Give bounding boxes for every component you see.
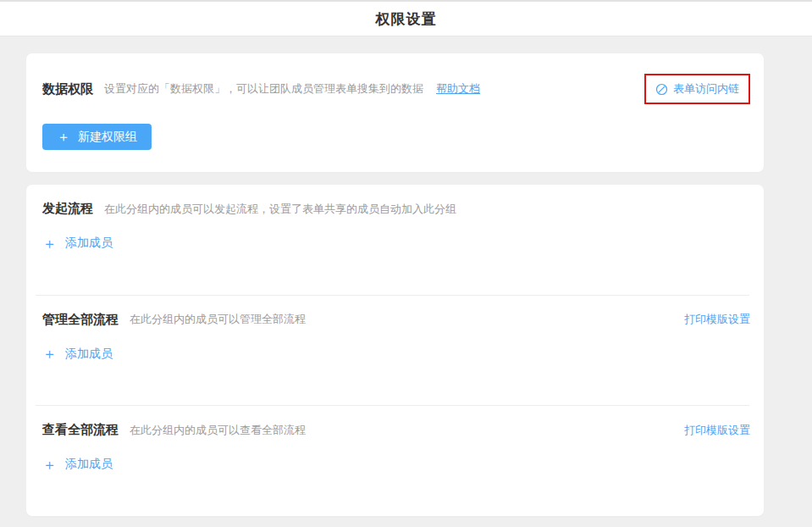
plus-icon: ＋ — [42, 236, 57, 251]
plus-icon: ＋ — [42, 347, 57, 361]
page-title: 权限设置 — [376, 9, 437, 29]
section-title: 查看全部流程 — [42, 422, 119, 438]
data-permission-card: 数据权限 设置对应的「数据权限」，可以让团队成员管理表单搜集到的数据 帮助文档 … — [26, 53, 764, 172]
section-header-row: 发起流程 在此分组内的成员可以发起流程，设置了表单共享的成员自动加入此分组 — [42, 201, 750, 217]
section-header-row: 管理全部流程 在此分组内的成员可以管理全部流程 打印模版设置 — [42, 312, 750, 328]
help-doc-link[interactable]: 帮助文档 — [436, 81, 480, 97]
chain-link-icon — [655, 83, 668, 96]
add-member-link[interactable]: ＋ 添加成员 — [42, 457, 113, 472]
data-permission-header-row: 数据权限 设置对应的「数据权限」，可以让团队成员管理表单搜集到的数据 帮助文档 … — [42, 74, 750, 104]
process-permission-card: 发起流程 在此分组内的成员可以发起流程，设置了表单共享的成员自动加入此分组 ＋ … — [26, 185, 764, 516]
section-description: 在此分组内的成员可以管理全部流程 — [130, 312, 306, 327]
add-member-label: 添加成员 — [65, 457, 113, 472]
add-member-label: 添加成员 — [65, 347, 113, 362]
section-view-all-process: 查看全部流程 在此分组内的成员可以查看全部流程 打印模版设置 ＋ 添加成员 — [26, 406, 764, 516]
plus-icon: ＋ — [57, 130, 70, 144]
section-start-process: 发起流程 在此分组内的成员可以发起流程，设置了表单共享的成员自动加入此分组 ＋ … — [26, 185, 764, 295]
add-member-link[interactable]: ＋ 添加成员 — [42, 236, 113, 251]
add-member-label: 添加成员 — [65, 236, 113, 251]
page-header: 权限设置 — [0, 0, 812, 36]
add-member-link[interactable]: ＋ 添加成员 — [42, 347, 113, 362]
section-title: 管理全部流程 — [42, 312, 119, 328]
section-description: 在此分组内的成员可以发起流程，设置了表单共享的成员自动加入此分组 — [104, 202, 456, 217]
create-permission-group-label: 新建权限组 — [78, 130, 137, 145]
section-header-row: 查看全部流程 在此分组内的成员可以查看全部流程 打印模版设置 — [42, 422, 750, 438]
section-title: 发起流程 — [42, 201, 93, 217]
form-access-inner-link[interactable]: 表单访问内链 — [644, 74, 750, 104]
create-permission-group-button[interactable]: ＋ 新建权限组 — [42, 124, 152, 150]
section-description: 在此分组内的成员可以查看全部流程 — [130, 423, 306, 438]
section-manage-all-process: 管理全部流程 在此分组内的成员可以管理全部流程 打印模版设置 ＋ 添加成员 — [26, 296, 764, 406]
form-access-inner-link-label: 表单访问内链 — [673, 81, 739, 97]
print-template-settings-link[interactable]: 打印模版设置 — [684, 423, 750, 438]
print-template-settings-link[interactable]: 打印模版设置 — [684, 312, 750, 327]
plus-icon: ＋ — [42, 458, 57, 472]
main-content: 数据权限 设置对应的「数据权限」，可以让团队成员管理表单搜集到的数据 帮助文档 … — [26, 53, 764, 516]
data-permission-description: 设置对应的「数据权限」，可以让团队成员管理表单搜集到的数据 — [104, 81, 423, 97]
data-permission-title: 数据权限 — [42, 81, 93, 97]
